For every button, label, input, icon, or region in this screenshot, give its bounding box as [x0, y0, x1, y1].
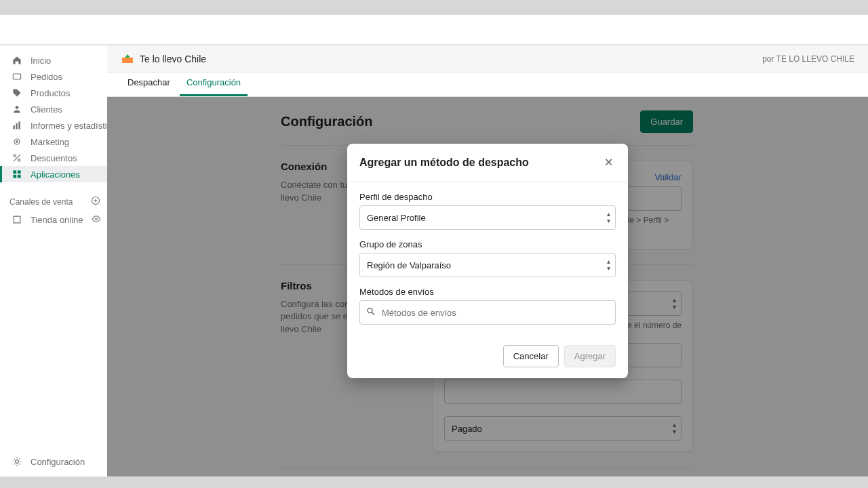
- sidebar-item-label: Productos: [31, 88, 100, 98]
- cancel-button[interactable]: Cancelar: [503, 345, 559, 367]
- sidebar-item-label: Marketing: [31, 137, 100, 147]
- svg-rect-11: [13, 175, 16, 178]
- svg-rect-0: [13, 74, 20, 79]
- svg-point-1: [16, 106, 19, 109]
- store-icon: [12, 214, 22, 225]
- svg-point-6: [16, 141, 18, 142]
- zone-label: Grupo de zonas: [359, 239, 616, 249]
- view-store-icon[interactable]: [92, 214, 101, 226]
- sidebar-item-label: Clientes: [31, 104, 100, 115]
- marketing-icon: [12, 136, 22, 147]
- svg-rect-12: [18, 175, 21, 178]
- sidebar-item-aplicaciones[interactable]: Aplicaciones: [0, 166, 107, 182]
- svg-point-14: [95, 218, 97, 220]
- sidebar-item-label: Inicio: [31, 56, 100, 66]
- customers-icon: [12, 104, 22, 115]
- browser-chrome-top: [0, 0, 868, 15]
- profile-label: Perfil de despacho: [359, 192, 616, 202]
- profile-select[interactable]: General Profile: [359, 205, 616, 230]
- svg-point-17: [368, 308, 372, 313]
- zone-select[interactable]: Región de Valparaíso: [359, 253, 616, 277]
- add-shipping-method-modal: Agregar un método de despacho ✕ Perfil d…: [347, 144, 628, 378]
- browser-chrome-bottom: [0, 477, 868, 488]
- tabs: Despachar Configuración: [107, 73, 868, 97]
- tab-despachar[interactable]: Despachar: [121, 70, 177, 96]
- apps-icon: [12, 169, 22, 180]
- search-icon: [366, 307, 376, 319]
- sidebar-item-inicio[interactable]: Inicio: [0, 52, 107, 68]
- svg-point-8: [18, 159, 20, 161]
- tab-configuracion[interactable]: Configuración: [180, 70, 248, 96]
- sidebar-item-configuracion[interactable]: Configuración: [0, 453, 107, 470]
- close-icon[interactable]: ✕: [601, 155, 616, 171]
- methods-label: Métodos de envíos: [359, 287, 616, 297]
- channels-heading: Canales de venta: [0, 188, 107, 211]
- admin-topbar: [0, 15, 868, 45]
- svg-rect-16: [122, 58, 133, 63]
- sidebar-item-label: Tienda online: [31, 215, 83, 225]
- sidebar-item-productos[interactable]: Productos: [0, 85, 107, 101]
- gear-icon: [12, 456, 22, 467]
- sidebar-item-descuentos[interactable]: Descuentos: [0, 150, 107, 166]
- sidebar-item-tienda-online[interactable]: Tienda online: [0, 211, 107, 228]
- modal-title: Agregar un método de despacho: [359, 157, 529, 169]
- sidebar-item-label: Descuentos: [31, 153, 100, 163]
- add-channel-icon[interactable]: [91, 196, 100, 207]
- sidebar: Inicio Pedidos Productos Clientes Inform…: [0, 45, 107, 476]
- svg-point-15: [16, 460, 19, 464]
- products-icon: [12, 87, 22, 98]
- sidebar-item-label: Pedidos: [31, 72, 100, 82]
- app-author: por TE LO LLEVO CHILE: [762, 54, 854, 64]
- methods-search-input[interactable]: [359, 300, 616, 325]
- app-header: Te lo llevo Chile por TE LO LLEVO CHILE: [107, 45, 868, 73]
- svg-point-7: [14, 155, 16, 157]
- svg-rect-4: [18, 121, 20, 129]
- orders-icon: [12, 71, 22, 82]
- svg-rect-10: [18, 170, 21, 174]
- sidebar-item-informes[interactable]: Informes y estadísticas: [0, 117, 107, 134]
- svg-rect-3: [16, 123, 17, 129]
- main: Te lo llevo Chile por TE LO LLEVO CHILE …: [107, 45, 868, 476]
- discounts-icon: [12, 152, 22, 163]
- sidebar-item-label: Aplicaciones: [31, 169, 100, 180]
- channels-label: Canales de venta: [9, 197, 73, 207]
- sidebar-item-marketing[interactable]: Marketing: [0, 134, 107, 150]
- sidebar-item-label: Configuración: [31, 457, 100, 467]
- analytics-icon: [12, 120, 22, 131]
- add-button[interactable]: Agregar: [564, 345, 616, 367]
- sidebar-item-pedidos[interactable]: Pedidos: [0, 68, 107, 85]
- svg-rect-9: [13, 170, 16, 174]
- app-icon: [121, 52, 134, 66]
- app-title-text: Te lo llevo Chile: [140, 54, 206, 64]
- svg-rect-2: [13, 125, 14, 129]
- sidebar-item-clientes[interactable]: Clientes: [0, 101, 107, 117]
- home-icon: [12, 55, 22, 66]
